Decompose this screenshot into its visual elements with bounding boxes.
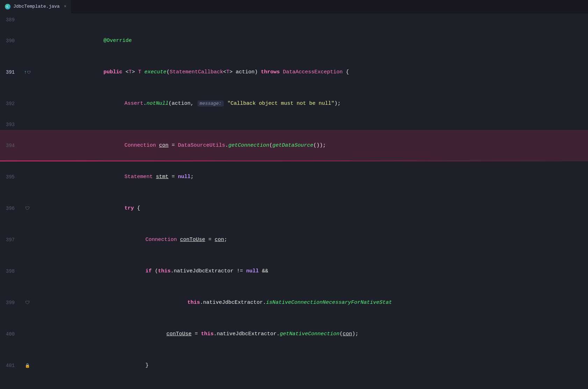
line-content-401: } (34, 350, 588, 381)
code-line-392: 392 Assert.notNull(action, message: "Cal… (0, 88, 588, 119)
line-content-397: Connection conToUse = con; (34, 224, 588, 256)
code-line-401: 401 🔒 } (0, 350, 588, 381)
line-number-394: 394 (0, 143, 21, 148)
line-gutter-401: 🔒 (21, 363, 34, 368)
line-number-390: 390 (0, 38, 21, 44)
line-number-395: 395 (0, 174, 21, 180)
code-line-402: 402 stmt = conToUse.createStatement(); (0, 381, 588, 389)
gutter-shield-399: 🛡 (25, 300, 30, 306)
line-gutter-391: ↑ 🛡 (21, 69, 34, 75)
code-line-398: 398 if (this.nativeJdbcExtractor != null… (0, 256, 588, 287)
line-number-393: 393 (0, 122, 21, 127)
line-content-400: conToUse = this.nativeJdbcExtractor.getN… (34, 318, 588, 350)
gutter-shield-391: 🛡 (27, 70, 31, 75)
gutter-shield-396: 🛡 (25, 206, 30, 211)
gutter-icon-391: ↑ (24, 69, 27, 75)
line-number-391: 391 (0, 69, 21, 75)
tab-filename: JdbcTemplate.java (13, 4, 60, 9)
code-line-400: 400 conToUse = this.nativeJdbcExtractor.… (0, 318, 588, 350)
line-content-394: Connection con = DataSourceUtils.getConn… (34, 130, 588, 161)
tab-close-button[interactable]: × (64, 4, 66, 9)
annotation-override: @Override (103, 38, 132, 44)
code-editor: 389 390 @Override 391 ↑ 🛡 public <T> T e… (0, 13, 588, 389)
code-line-393: 393 (0, 119, 588, 130)
line-content-395: Statement stmt = null; (34, 161, 588, 193)
line-content-398: if (this.nativeJdbcExtractor != null && (34, 256, 588, 287)
line-content-396: try { (34, 193, 588, 224)
line-number-398: 398 (0, 269, 21, 274)
code-line-390: 390 @Override (0, 25, 588, 57)
code-line-399: 399 🛡 this.nativeJdbcExtractor.isNativeC… (0, 287, 588, 318)
editor-window: C JdbcTemplate.java × 389 390 @Override … (0, 0, 588, 389)
line-number-389: 389 (0, 17, 21, 23)
code-line-397: 397 Connection conToUse = con; (0, 224, 588, 256)
tab-bar: C JdbcTemplate.java × (0, 0, 588, 13)
line-content-402: stmt = conToUse.createStatement(); (34, 381, 588, 389)
line-content-391: public <T> T execute(StatementCallback<T… (34, 57, 588, 88)
code-line-394: 394 Connection con = DataSourceUtils.get… (0, 130, 588, 161)
line-gutter-399: 🛡 (21, 300, 34, 306)
line-number-392: 392 (0, 101, 21, 107)
line-content-392: Assert.notNull(action, message: "Callbac… (34, 88, 588, 119)
code-line-389: 389 (0, 15, 588, 25)
line-number-397: 397 (0, 237, 21, 243)
code-line-391: 391 ↑ 🛡 public <T> T execute(StatementCa… (0, 57, 588, 88)
line-number-401: 401 (0, 363, 21, 368)
line-gutter-396: 🛡 (21, 206, 34, 211)
gutter-lock-401: 🔒 (25, 363, 30, 368)
line-number-400: 400 (0, 331, 21, 337)
tab-file-icon: C (5, 4, 10, 9)
line-content-399: this.nativeJdbcExtractor.isNativeConnect… (34, 287, 588, 318)
line-content-390: @Override (34, 25, 588, 57)
code-line-395: 395 Statement stmt = null; (0, 161, 588, 193)
line-number-396: 396 (0, 206, 21, 211)
code-line-396: 396 🛡 try { (0, 193, 588, 224)
file-tab[interactable]: C JdbcTemplate.java × (0, 0, 72, 13)
line-number-399: 399 (0, 300, 21, 306)
